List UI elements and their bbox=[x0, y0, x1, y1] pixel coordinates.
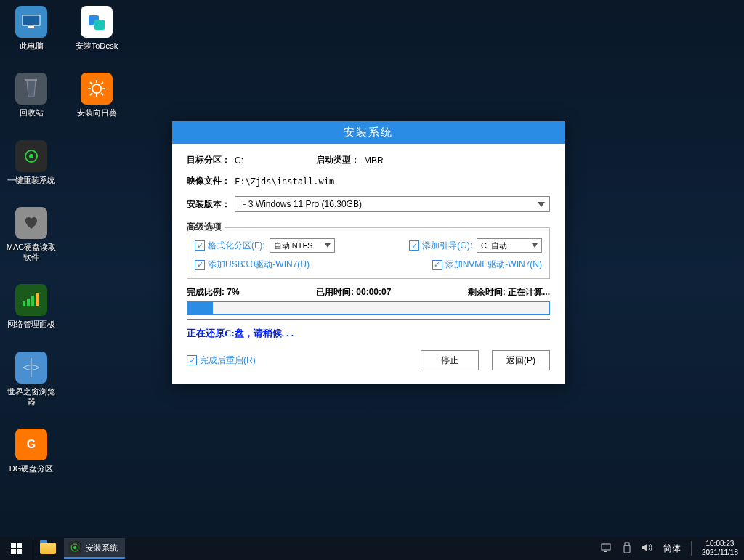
windows-logo-icon bbox=[11, 543, 22, 554]
install-dialog: 安装系统 目标分区： C: 启动类型： MBR 映像文件： F:\Zjds\in… bbox=[172, 121, 565, 384]
svg-point-12 bbox=[92, 84, 101, 93]
file-explorer-button[interactable] bbox=[33, 537, 62, 560]
divider bbox=[187, 319, 550, 320]
pc-icon bbox=[15, 6, 47, 38]
install-version-value: └ 3 Windows 11 Pro (16.30GB) bbox=[240, 199, 362, 209]
svg-rect-1 bbox=[28, 26, 34, 28]
checkmark-icon bbox=[195, 240, 205, 251]
desktop-icon-label: 世界之窗浏览器 bbox=[6, 386, 57, 407]
taskbar-app-install[interactable]: 安装系统 bbox=[64, 538, 125, 559]
checkmark-icon bbox=[187, 355, 197, 365]
desktop-icon-sunflower[interactable]: 安装向日葵 bbox=[71, 73, 122, 118]
desktop-icon-label: 此电脑 bbox=[20, 41, 44, 51]
tray-separator bbox=[691, 541, 692, 556]
reboot-checkbox[interactable]: 完成后重启(R) bbox=[187, 354, 256, 367]
desktop-icon-label: 网络管理面板 bbox=[7, 319, 55, 329]
taskbar: 安装系统 简体 10:08:23 2021/11/18 bbox=[0, 537, 744, 560]
desktop-icon-recycle[interactable]: 回收站 bbox=[6, 73, 57, 118]
elapsed-value: 00:00:07 bbox=[356, 287, 391, 297]
advanced-options-label: 高级选项 bbox=[184, 221, 225, 233]
desktop-icon-reinstall[interactable]: 一键重装系统 bbox=[6, 140, 57, 185]
desktop-icon-label: 安装ToDesk bbox=[76, 41, 118, 51]
checkmark-icon bbox=[432, 260, 442, 270]
desktop-icon-label: 回收站 bbox=[20, 107, 44, 118]
add-boot-checkbox[interactable]: 添加引导(G): bbox=[409, 240, 472, 252]
advanced-options-group: 格式化分区(F): 自动 NTFS 添加引导(G): C: 自动 添加USB3.… bbox=[187, 227, 550, 279]
svg-rect-7 bbox=[31, 296, 34, 306]
start-button[interactable] bbox=[0, 537, 33, 560]
svg-rect-24 bbox=[604, 551, 607, 552]
checkmark-icon bbox=[409, 240, 419, 251]
app-icon bbox=[68, 541, 81, 554]
desktop-icon-label: DG硬盘分区 bbox=[9, 463, 54, 474]
svg-rect-5 bbox=[23, 301, 25, 306]
chevron-down-icon bbox=[538, 202, 545, 207]
svg-rect-8 bbox=[36, 293, 39, 306]
chevron-down-icon bbox=[325, 243, 331, 248]
desktop-icon-pc[interactable]: 此电脑 bbox=[6, 6, 57, 51]
chevron-down-icon bbox=[532, 243, 538, 248]
desktop-icon-mac[interactable]: MAC硬盘读取软件 bbox=[6, 207, 57, 263]
dg-partition-icon: G bbox=[15, 429, 47, 460]
progress-pct-label: 完成比例: bbox=[187, 287, 225, 297]
dialog-title: 安装系统 bbox=[172, 121, 565, 144]
usb-tray-icon[interactable] bbox=[623, 542, 631, 556]
target-partition-value: C: bbox=[235, 155, 243, 166]
svg-rect-11 bbox=[94, 20, 105, 30]
progress-fill bbox=[187, 302, 213, 314]
boot-type-value: MBR bbox=[364, 155, 384, 166]
checkmark-icon bbox=[195, 260, 205, 270]
desktop-icon-todesk[interactable]: 安装ToDesk bbox=[71, 6, 122, 51]
boot-type-label: 启动类型： bbox=[316, 154, 360, 166]
desktop-icon-label: 一键重装系统 bbox=[7, 175, 55, 185]
install-version-label: 安装版本： bbox=[187, 198, 230, 211]
sunflower-icon bbox=[81, 73, 113, 105]
remain-label: 剩余时间: bbox=[468, 287, 506, 297]
nvme-driver-checkbox[interactable]: 添加NVME驱动-WIN7(N) bbox=[432, 259, 542, 271]
recycle-bin-icon bbox=[15, 73, 47, 105]
status-message: 正在还原C:盘，请稍候. . . bbox=[187, 327, 550, 340]
stop-button[interactable]: 停止 bbox=[421, 350, 479, 370]
network-panel-icon bbox=[15, 284, 47, 316]
ime-indicator[interactable]: 简体 bbox=[663, 543, 681, 555]
svg-rect-2 bbox=[25, 79, 37, 81]
svg-rect-25 bbox=[625, 543, 629, 545]
todesk-icon bbox=[81, 6, 113, 38]
format-type-select[interactable]: 自动 NTFS bbox=[270, 238, 335, 253]
svg-point-22 bbox=[73, 546, 76, 549]
svg-line-18 bbox=[101, 93, 103, 95]
svg-line-17 bbox=[90, 82, 92, 84]
desktop-icon-browser[interactable]: 世界之窗浏览器 bbox=[6, 352, 57, 407]
back-button[interactable]: 返回(P) bbox=[492, 350, 550, 370]
desktop-icon-label: MAC硬盘读取软件 bbox=[6, 242, 57, 263]
svg-rect-23 bbox=[602, 544, 610, 550]
image-file-label: 映像文件： bbox=[187, 175, 230, 187]
format-partition-checkbox[interactable]: 格式化分区(F): bbox=[195, 240, 265, 252]
system-tray: 简体 10:08:23 2021/11/18 bbox=[601, 537, 744, 560]
remain-value: 正在计算... bbox=[508, 287, 550, 297]
svg-rect-26 bbox=[624, 545, 630, 553]
boot-drive-select[interactable]: C: 自动 bbox=[477, 238, 542, 253]
install-version-select[interactable]: └ 3 Windows 11 Pro (16.30GB) bbox=[235, 196, 550, 212]
mac-disk-icon bbox=[15, 207, 47, 239]
folder-icon bbox=[40, 543, 56, 554]
clock-date: 2021/11/18 bbox=[702, 548, 738, 557]
image-file-value: F:\Zjds\install.wim bbox=[235, 176, 334, 187]
progress-pct-value: 7% bbox=[227, 287, 239, 297]
progress-bar bbox=[187, 301, 550, 315]
taskbar-app-title: 安装系统 bbox=[86, 543, 118, 553]
svg-rect-0 bbox=[23, 15, 40, 25]
elapsed-label: 已用时间: bbox=[316, 287, 354, 297]
target-partition-label: 目标分区： bbox=[187, 154, 230, 166]
desktop-icon-dg[interactable]: G DG硬盘分区 bbox=[6, 429, 57, 474]
network-tray-icon[interactable] bbox=[601, 543, 612, 555]
svg-rect-6 bbox=[27, 299, 30, 306]
desktop-icon-label: 安装向日葵 bbox=[77, 107, 117, 118]
usb3-driver-checkbox[interactable]: 添加USB3.0驱动-WIN7(U) bbox=[195, 259, 310, 271]
clock-time: 10:08:23 bbox=[702, 540, 738, 548]
clock[interactable]: 10:08:23 2021/11/18 bbox=[702, 540, 738, 557]
volume-tray-icon[interactable] bbox=[642, 543, 653, 555]
desktop-icon-net[interactable]: 网络管理面板 bbox=[6, 284, 57, 329]
svg-point-4 bbox=[29, 154, 33, 158]
svg-line-19 bbox=[90, 93, 92, 95]
